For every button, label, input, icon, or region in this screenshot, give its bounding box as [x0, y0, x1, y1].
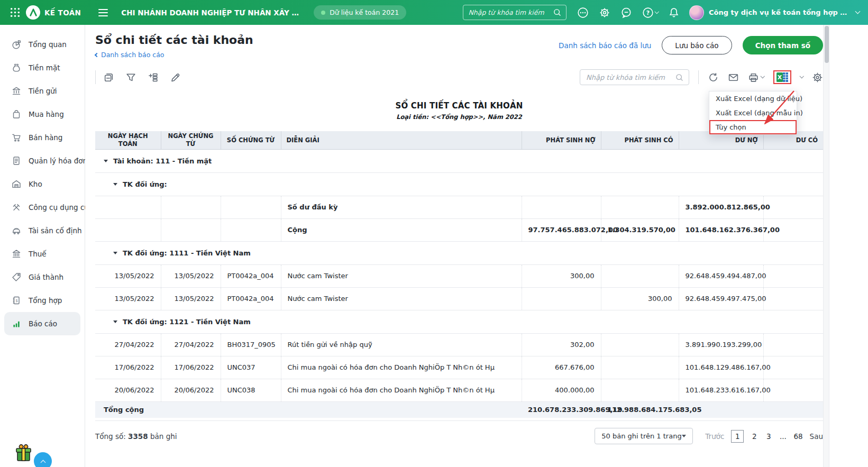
column-header[interactable]: DIỄN GIẢI [281, 131, 522, 149]
sidebar-item-label: Giá thành [29, 273, 63, 281]
sidebar-item-bao-cao[interactable]: Báo cáo [4, 312, 80, 335]
back-link[interactable]: Danh sách báo cáo [95, 51, 164, 59]
more-apps-icon[interactable] [577, 7, 589, 19]
group-row-account: Tài khoản: 111 - Tiền mặt [95, 149, 823, 172]
print-options-chevron-icon[interactable] [761, 74, 765, 78]
group-toggle[interactable]: TK đối ứng: [113, 180, 167, 188]
table-settings-gear-icon[interactable] [812, 72, 823, 83]
accounting-data-badge[interactable]: Dữ liệu kế toán 2021 [314, 5, 406, 20]
help-icon[interactable]: ? [642, 7, 659, 19]
page-number-current[interactable]: 1 [731, 430, 744, 443]
page-number[interactable]: 2 [751, 432, 758, 441]
document-number-link[interactable]: UNC038 [221, 379, 281, 401]
document-number-link[interactable]: UNC037 [221, 356, 281, 379]
chat-icon[interactable] [620, 7, 632, 19]
excel-export-icon[interactable]: X [776, 72, 788, 82]
sidebar-item-mua-hang[interactable]: Mua hàng [4, 103, 80, 126]
scroll-top-button[interactable] [34, 452, 52, 467]
grand-total-row: Tổng cộng 210.678.233.309.869,19 112.988… [95, 401, 823, 418]
column-header[interactable]: NGÀY HẠCH TOÁN [95, 131, 161, 149]
document-number-link[interactable]: PT0042a_004 [221, 287, 281, 310]
column-header[interactable]: SỐ CHỨNG TỪ [221, 131, 281, 149]
sidebar-item-label: Tiền mặt [29, 63, 60, 72]
record-count-number: 3358 [128, 432, 148, 441]
notifications-bell-icon[interactable] [668, 7, 680, 19]
excel-export-menu: Xuất Excel (dạng dữ liệu) Xuất Excel (dạ… [709, 91, 797, 135]
page-number[interactable]: 3 [765, 432, 772, 441]
vertical-scrollbar[interactable] [823, 25, 829, 467]
global-search-input[interactable] [469, 8, 550, 16]
company-name[interactable]: Công ty dịch vụ kế toán tổng hợp 1... [709, 8, 852, 16]
next-page-button[interactable]: Sau [810, 432, 823, 441]
branch-title[interactable]: CHI NHÁNH DOANH NGHIỆP TƯ NHÂN XÂY DỰNG … [121, 8, 301, 17]
column-header[interactable]: NGÀY CHỨNG TỪ [161, 131, 221, 149]
sidebar-item-tien-gui[interactable]: Tiền gửi [4, 79, 80, 103]
sidebar-toggle-icon[interactable] [98, 8, 108, 17]
app-name: KẾ TOÁN [44, 8, 81, 17]
add-row-icon[interactable] [148, 72, 159, 83]
scrollbar-thumb[interactable] [825, 26, 829, 63]
toolbar-divider [698, 70, 699, 84]
global-search [463, 5, 567, 20]
page-number[interactable]: 68 [793, 432, 802, 441]
page-size-select[interactable]: 50 bản ghi trên 1 trang [595, 428, 693, 444]
refresh-icon[interactable] [708, 72, 719, 83]
saved-reports-link[interactable]: Danh sách báo cáo đã lưu [559, 41, 651, 50]
app-logo[interactable] [26, 5, 40, 20]
cell-phat-sinh-no: 302,00 [522, 333, 601, 356]
user-avatar[interactable] [689, 5, 704, 20]
group-toggle[interactable]: TK đối ứng: 1111 - Tiền Việt Nam [113, 249, 251, 257]
menu-item-export-data[interactable]: Xuất Excel (dạng dữ liệu) [709, 91, 797, 106]
edit-pencil-icon[interactable] [170, 72, 181, 83]
duplicate-icon[interactable] [103, 72, 114, 83]
table-search-input[interactable] [586, 74, 675, 81]
help-chevron-icon [654, 10, 659, 14]
sidebar-item-tai-san-co-dinh[interactable]: Tài sản cố định [4, 219, 80, 242]
sidebar-item-tien-mat[interactable]: Tiền mặt [4, 56, 80, 79]
sidebar-item-cong-cu-dung-cu[interactable]: Công cụ dụng cụ [4, 196, 80, 219]
app-grid-icon[interactable] [10, 7, 21, 18]
sidebar-item-ban-hang[interactable]: Bán hàng [4, 126, 80, 149]
group-row-counterpart: TK đối ứng: 1111 - Tiền Việt Nam [95, 241, 823, 264]
sidebar-item-gia-thanh[interactable]: Giá thành [4, 265, 80, 289]
sidebar-item-kho[interactable]: Kho [4, 172, 80, 196]
page-ellipsis: ... [779, 432, 787, 441]
sidebar-item-label: Tài sản cố định [29, 226, 82, 235]
gift-promo-icon[interactable] [15, 443, 32, 464]
print-icon[interactable] [748, 72, 764, 83]
sidebar-item-tong-quan[interactable]: Tổng quan [4, 33, 80, 56]
group-toggle[interactable]: TK đối ứng: 1121 - Tiền Việt Nam [113, 318, 251, 326]
column-header[interactable]: PHÁT SINH NỢ [522, 131, 601, 149]
total-phat-sinh-no: 210.678.233.309.869,19 [522, 401, 601, 418]
excel-options-chevron-icon[interactable] [799, 74, 803, 78]
company-chevron-icon[interactable] [855, 9, 861, 14]
cell-ngay-hach-toan: 17/06/2022 [95, 356, 161, 379]
sidebar-item-thue[interactable]: Thuế [4, 242, 80, 265]
status-dot [321, 11, 325, 15]
menu-item-export-print-template[interactable]: Xuất Excel (dạng mẫu in) [709, 106, 797, 120]
column-header[interactable]: PHÁT SINH CÓ [601, 131, 679, 149]
warehouse-icon [11, 179, 22, 189]
menu-item-options[interactable]: Tùy chọn [709, 120, 797, 134]
cash-icon [11, 62, 22, 73]
cell-du-no: 92.648.459.497.475,00 [679, 287, 763, 310]
settings-gear-icon[interactable] [599, 7, 610, 19]
cell-dien-giai: Cộng [281, 218, 522, 241]
record-count: Tổng số: 3358 bản ghi [95, 432, 177, 441]
save-report-button[interactable]: Lưu báo cáo [662, 36, 732, 54]
filter-icon[interactable] [125, 72, 136, 83]
select-params-button[interactable]: Chọn tham số [743, 36, 823, 54]
document-number-link[interactable]: BH0317_0905 [221, 333, 281, 356]
sidebar-item-tong-hop[interactable]: $ Tổng hợp [4, 289, 80, 312]
sidebar-item-label: Tiền gửi [29, 87, 57, 95]
email-icon[interactable] [728, 72, 739, 83]
prev-page-button[interactable]: Trước [705, 432, 724, 441]
cell-ngay-chung-tu: 13/05/2022 [161, 264, 221, 287]
cell-dien-giai: Nước cam Twister [281, 287, 522, 310]
search-icon[interactable] [553, 8, 562, 17]
group-toggle[interactable]: Tài khoản: 111 - Tiền mặt [104, 157, 212, 165]
sidebar-item-label: Quản lý hóa đơn [29, 157, 87, 165]
sidebar-item-quan-ly-hoa-don[interactable]: Quản lý hóa đơn [4, 149, 80, 172]
page-size-value: 50 bản ghi trên 1 trang [601, 432, 681, 440]
document-number-link[interactable]: PT0042a_004 [221, 264, 281, 287]
